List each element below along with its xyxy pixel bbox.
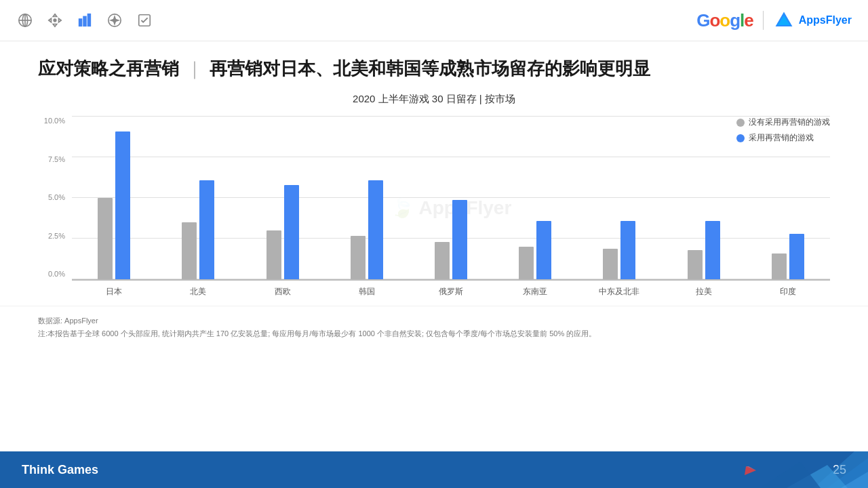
nav-icons-group (16, 12, 153, 29)
top-logos: Google AppsFlyer (696, 9, 852, 31)
bar-gray-2 (267, 230, 281, 279)
chart-inner: 0.0% 2.5% 5.0% 7.5% 10.0% 🍃 AppsFlyer (38, 117, 830, 298)
bottom-bar: Think Games 25 (0, 451, 868, 488)
top-nav-bar: Google AppsFlyer (0, 0, 868, 41)
y-label-4: 10.0% (38, 117, 68, 125)
page-title: 应对策略之再营销｜再营销对日本、北美和韩国等成熟市场留存的影响更明显 (38, 56, 830, 81)
x-label-5: 东南亚 (493, 281, 577, 298)
bar-group-4 (409, 117, 493, 279)
bar-gray-4 (435, 242, 450, 279)
svg-point-4 (54, 19, 56, 22)
x-label-3: 韩国 (325, 281, 409, 298)
x-label-0: 日本 (72, 281, 156, 298)
bar-blue-6 (620, 221, 635, 279)
appsflyer-logo: AppsFlyer (773, 9, 852, 31)
title-suffix: 再营销对日本、北美和韩国等成熟市场留存的影响更明显 (210, 58, 650, 79)
compass-icon[interactable] (106, 12, 123, 29)
bar-group-7 (662, 117, 746, 279)
bar-gray-1 (182, 222, 197, 279)
check-square-icon[interactable] (136, 12, 153, 29)
x-label-2: 西欧 (240, 281, 324, 298)
svg-rect-7 (88, 14, 91, 26)
bar-group-5 (493, 117, 577, 279)
bar-group-0 (72, 117, 156, 279)
x-axis: 日本北美西欧韩国俄罗斯东南亚中东及北非拉美印度 (72, 281, 830, 298)
bar-group-3 (325, 117, 409, 279)
svg-rect-6 (83, 17, 86, 26)
x-label-6: 中东及北非 (577, 281, 661, 298)
bottom-brand: Think Games (22, 463, 98, 477)
bar-gray-5 (519, 247, 534, 279)
bar-gray-7 (688, 250, 703, 279)
move-icon[interactable] (46, 12, 64, 29)
title-separator: ｜ (186, 58, 203, 79)
bar-blue-1 (199, 180, 214, 279)
bar-gray-6 (603, 249, 618, 280)
bar-gray-0 (98, 198, 113, 279)
chart-area: 🍃 AppsFlyer 日本北美西欧韩国俄罗斯东南亚中东及北非拉美印度 (72, 117, 830, 298)
x-label-1: 北美 (156, 281, 240, 298)
x-axis-line (72, 279, 830, 281)
bar-blue-0 (115, 131, 130, 279)
google-logo: Google (696, 10, 753, 31)
chart-section: 2020 上半年游戏 30 日留存 | 按市场 0.0% 2.5% 5.0% 7… (0, 86, 868, 298)
x-label-7: 拉美 (662, 281, 746, 298)
bar-gray-8 (772, 253, 787, 279)
bar-group-6 (577, 117, 661, 279)
bars-row (72, 117, 830, 279)
y-label-2: 5.0% (38, 193, 68, 201)
x-label-4: 俄罗斯 (409, 281, 493, 298)
y-label-0: 0.0% (38, 270, 68, 278)
note-line: 注:本报告基于全球 6000 个头部应用, 统计期内共产生 170 亿安装总量;… (38, 327, 830, 340)
bar-group-1 (156, 117, 240, 279)
footer-note: 数据源: AppsFlyer 注:本报告基于全球 6000 个头部应用, 统计期… (0, 306, 868, 344)
title-prefix: 应对策略之再营销 (38, 58, 179, 79)
source-line: 数据源: AppsFlyer (38, 314, 830, 327)
bar-blue-7 (705, 221, 720, 279)
appsflyer-text: AppsFlyer (799, 14, 852, 26)
svg-rect-5 (79, 19, 82, 26)
chart-wrapper: 0.0% 2.5% 5.0% 7.5% 10.0% 🍃 AppsFlyer (38, 117, 830, 298)
bar-blue-5 (536, 221, 551, 279)
title-area: 应对策略之再营销｜再营销对日本、北美和韩国等成熟市场留存的影响更明显 (0, 41, 868, 86)
bar-group-8 (746, 117, 830, 279)
bar-gray-3 (351, 236, 366, 280)
y-label-3: 7.5% (38, 155, 68, 163)
chart-bar-icon[interactable] (76, 12, 94, 29)
chart-title: 2020 上半年游戏 30 日留存 | 按市场 (38, 93, 830, 106)
y-axis: 0.0% 2.5% 5.0% 7.5% 10.0% (38, 117, 68, 279)
x-label-8: 印度 (746, 281, 830, 298)
bar-blue-4 (452, 200, 467, 280)
globe-icon[interactable] (16, 12, 34, 29)
bar-blue-3 (368, 180, 383, 279)
bar-blue-2 (284, 185, 299, 279)
y-label-1: 2.5% (38, 232, 68, 240)
bar-group-2 (240, 117, 324, 279)
bar-blue-8 (789, 234, 804, 279)
logo-divider (763, 11, 764, 30)
bottom-decoration (692, 451, 868, 488)
svg-marker-10 (111, 19, 119, 22)
